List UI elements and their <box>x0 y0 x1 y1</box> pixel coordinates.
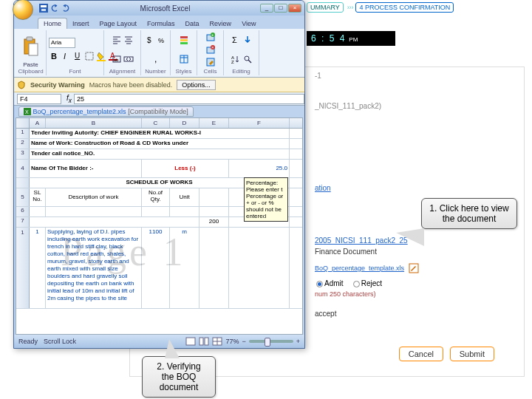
row-1[interactable]: 1 <box>16 129 30 138</box>
zoom-level[interactable]: 77% <box>225 338 239 345</box>
minimize-button[interactable]: _ <box>260 4 273 13</box>
cancel-button[interactable]: Cancel <box>399 347 443 361</box>
save-icon[interactable] <box>39 4 48 13</box>
col-E[interactable]: E <box>200 118 229 128</box>
cell[interactable]: 200 <box>200 217 229 227</box>
formula-bar[interactable]: 25 <box>74 94 304 104</box>
insert-cells-icon[interactable]: + <box>205 32 216 42</box>
tab-data[interactable]: Data <box>180 18 205 29</box>
cell[interactable]: Tender Inviting Autority: CHIEF ENGINEER… <box>30 129 290 138</box>
cell[interactable]: m <box>170 228 200 308</box>
cell[interactable] <box>30 217 200 227</box>
row-7[interactable]: 7 <box>16 217 30 227</box>
cell[interactable] <box>200 188 229 206</box>
merge-icon[interactable] <box>123 54 134 64</box>
format-table-icon[interactable] <box>179 54 189 64</box>
cell[interactable]: 25.0 <box>229 160 290 177</box>
font-name-box[interactable]: Aria <box>49 38 75 48</box>
redo-icon[interactable] <box>61 4 70 13</box>
col-F[interactable]: F <box>229 118 290 128</box>
row-5[interactable]: 5 <box>16 188 30 206</box>
maximize-button[interactable]: □ <box>274 4 287 13</box>
border-icon[interactable] <box>84 51 95 61</box>
close-button[interactable]: × <box>288 4 301 13</box>
workbook-filename: BoQ_percentage_template2.xls <box>33 108 126 115</box>
bold-icon[interactable]: B <box>49 51 59 61</box>
italic-icon[interactable]: I <box>61 51 71 61</box>
comma-icon[interactable]: , <box>151 54 161 64</box>
cell[interactable]: Tender call notice_NO. <box>30 149 290 159</box>
tab-review[interactable]: Review <box>205 18 237 29</box>
row-3[interactable]: 3 <box>16 149 30 159</box>
submit-button[interactable]: Submit <box>450 347 494 361</box>
col-D[interactable]: D <box>170 118 200 128</box>
row-2[interactable]: 2 <box>16 139 30 149</box>
row-4[interactable]: 4 <box>16 160 30 177</box>
paste-icon[interactable] <box>23 36 39 57</box>
delete-cells-icon[interactable]: × <box>205 44 216 55</box>
percent-icon[interactable]: % <box>157 35 167 45</box>
cond-format-icon[interactable] <box>179 35 189 45</box>
cell[interactable]: Name Of The Bidder :- <box>30 160 142 177</box>
edit-icon[interactable] <box>409 263 419 273</box>
cell[interactable]: Less (-) <box>142 160 229 177</box>
tab-home[interactable]: Home <box>38 18 67 29</box>
cell[interactable] <box>229 228 290 308</box>
align-center-icon[interactable] <box>123 35 134 45</box>
office-button[interactable] <box>13 0 33 20</box>
cell[interactable]: Supplying, laying of D.I. pipes includin… <box>46 228 142 308</box>
row-6[interactable]: 6 <box>16 207 30 216</box>
col-B[interactable]: B <box>46 118 142 128</box>
cell[interactable] <box>30 207 46 216</box>
underline-icon[interactable]: U <box>72 51 83 61</box>
window-title: Microsoft Excel <box>70 4 260 13</box>
view-normal-icon[interactable] <box>185 337 196 346</box>
cell[interactable]: Description of work <box>46 188 142 206</box>
undo-icon[interactable] <box>50 4 59 13</box>
cell[interactable]: SL No. <box>30 188 46 206</box>
cell[interactable]: Name of Work: Construction of Road & CD … <box>30 139 290 149</box>
fill-icon[interactable] <box>242 35 253 45</box>
crumb-summary[interactable]: UMMARY <box>307 2 344 13</box>
cell[interactable] <box>200 228 229 308</box>
worksheet[interactable]: A B C D E F 1Tender Inviting Autority: C… <box>16 117 303 335</box>
view-layout-icon[interactable] <box>199 337 209 346</box>
tab-insert[interactable]: Insert <box>67 18 95 29</box>
link-ation[interactable]: ation <box>315 184 524 192</box>
cell[interactable]: 1100 <box>142 228 170 308</box>
align-left-icon[interactable] <box>112 35 122 45</box>
autosum-icon[interactable]: Σ <box>231 35 241 45</box>
cell[interactable]: No.of Qty. <box>142 188 170 206</box>
select-all-corner[interactable] <box>16 118 30 128</box>
link-template-file[interactable]: BoQ_percentage_template.xls <box>315 265 404 272</box>
cell[interactable] <box>142 207 170 216</box>
view-break-icon[interactable] <box>212 337 222 346</box>
cell[interactable] <box>170 207 200 216</box>
format-cells-icon[interactable] <box>205 57 216 67</box>
radio-admit[interactable] <box>316 281 323 287</box>
radio-reject[interactable] <box>353 281 360 287</box>
security-options-button[interactable]: Options... <box>177 80 216 90</box>
zoom-out-button[interactable]: − <box>242 338 245 345</box>
col-A[interactable]: A <box>30 118 46 128</box>
workbook-tab[interactable]: X BoQ_percentage_template2.xls [Compatib… <box>18 106 194 117</box>
wrap-text-icon[interactable]: ab <box>112 54 122 64</box>
find-icon[interactable] <box>242 54 253 64</box>
row-item[interactable]: 1 <box>16 228 30 308</box>
name-box[interactable]: F4 <box>17 94 61 104</box>
currency-icon[interactable]: $ <box>145 35 155 45</box>
cell[interactable]: 1 <box>30 228 46 308</box>
col-C[interactable]: C <box>142 118 170 128</box>
sort-filter-icon[interactable]: AZ <box>231 54 241 64</box>
crumb-process[interactable]: 4 PROCESS CONFIRMATION <box>355 2 454 13</box>
fx-icon[interactable]: fx <box>66 94 72 104</box>
tab-view[interactable]: View <box>236 18 261 29</box>
row-spacer[interactable] <box>16 178 30 188</box>
tab-page-layout[interactable]: Page Layout <box>95 18 143 29</box>
cell[interactable]: Unit <box>170 188 200 206</box>
cell[interactable] <box>200 207 229 216</box>
zoom-slider[interactable] <box>249 340 293 343</box>
tab-formulas[interactable]: Formulas <box>142 18 180 29</box>
zoom-in-button[interactable]: + <box>296 338 300 345</box>
cell[interactable] <box>46 207 142 216</box>
